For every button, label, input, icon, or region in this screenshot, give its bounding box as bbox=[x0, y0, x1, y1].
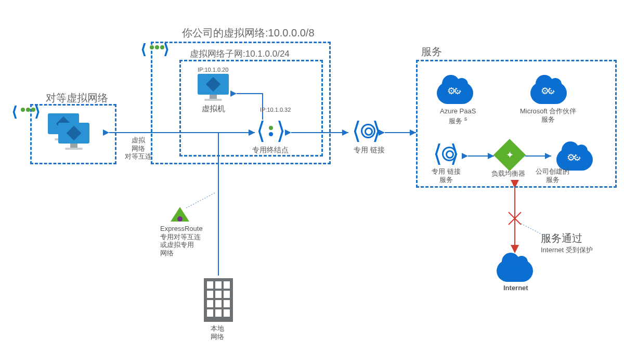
text: ExpressRoute bbox=[160, 225, 203, 232]
subnet-title: 虚拟网络子网:10.1.0.0/24 bbox=[190, 48, 290, 60]
gears-icon: ⚙⚙ bbox=[447, 85, 460, 97]
svg-line-5 bbox=[186, 192, 216, 208]
text: 对等互连 bbox=[125, 152, 152, 160]
vnet-peering-icon-2: ⟨⟩ bbox=[10, 103, 42, 116]
text: 虚拟 bbox=[132, 136, 145, 144]
text: Azure PaaS bbox=[440, 107, 476, 115]
vm-icon bbox=[198, 74, 229, 102]
text: 服务 bbox=[439, 176, 453, 184]
superscript: s bbox=[464, 115, 467, 122]
text: 本地 bbox=[211, 324, 224, 332]
internet-cloud-icon bbox=[497, 260, 533, 282]
services-title: 服务 bbox=[421, 45, 442, 59]
internet-protected-note: 服务通过 Internet 受到保护 bbox=[541, 231, 593, 255]
text: 专用 链接 bbox=[432, 167, 461, 175]
private-endpoint-icon: ⟨ ⟩ bbox=[254, 119, 288, 145]
vnet-peering-edge-label: 虚拟 网络 对等互连 bbox=[125, 136, 152, 161]
text: Microsoft 合作伙伴 bbox=[520, 107, 576, 115]
peered-vnet-title: 对等虚拟网络 bbox=[46, 91, 108, 105]
text: 专用对等互连 bbox=[160, 233, 201, 241]
company-vnet-title: 你公司的虚拟网络:10.0.0.0/8 bbox=[182, 26, 315, 40]
text: 网络 bbox=[211, 333, 224, 341]
private-link-service-icon: ⟨⟩ bbox=[431, 141, 462, 167]
onprem-label: 本地 网络 bbox=[211, 324, 224, 341]
vm-label: 虚拟机 bbox=[202, 104, 225, 113]
gears-icon: ⚙⚙ bbox=[567, 152, 579, 163]
private-endpoint-label: 专用终结点 bbox=[252, 146, 289, 154]
company-service-label: 公司创建的 服务 bbox=[536, 167, 569, 184]
gears-icon: ⚙⚙ bbox=[541, 85, 553, 97]
azure-paas-cloud-icon: ⚙⚙ bbox=[437, 82, 473, 104]
text: 网络 bbox=[160, 249, 174, 257]
pls-label: 专用 链接 服务 bbox=[432, 167, 461, 184]
azure-paas-label: Azure PaaS 服务 s bbox=[440, 107, 476, 125]
text: 服务通过 bbox=[541, 232, 582, 244]
text: 服务 bbox=[546, 176, 560, 184]
text: 服务 bbox=[541, 115, 555, 123]
diagram-canvas: 你公司的虚拟网络:10.0.0.0/8 ⟨⟩ 虚拟网络子网:10.1.0.0/2… bbox=[0, 0, 624, 364]
text: 公司创建的 bbox=[536, 167, 569, 175]
text: 服务 bbox=[449, 117, 462, 125]
partner-cloud-icon: ⚙⚙ bbox=[530, 82, 567, 104]
expressroute-label: ExpressRoute 专用对等互连 或虚拟专用 网络 bbox=[160, 225, 203, 257]
onprem-building-icon bbox=[204, 278, 233, 322]
text: 网络 bbox=[132, 145, 145, 152]
vnet-peering-icon: ⟨⟩ bbox=[139, 41, 171, 54]
private-link-icon: ⟨⟩ bbox=[349, 119, 384, 145]
peered-vm-icon-front bbox=[58, 123, 89, 151]
text: 或虚拟专用 bbox=[160, 241, 194, 249]
text: Internet 受到保护 bbox=[541, 246, 593, 254]
vm-ip: IP:10.1.0.20 bbox=[198, 67, 228, 73]
internet-label: Internet bbox=[503, 284, 528, 292]
private-link-label: 专用 链接 bbox=[354, 146, 385, 154]
partner-label: Microsoft 合作伙伴 服务 bbox=[520, 107, 576, 123]
load-balancer-label: 负载均衡器 bbox=[491, 170, 525, 178]
expressroute-icon bbox=[171, 207, 189, 222]
private-endpoint-ip: IP:10.1.0.32 bbox=[260, 107, 291, 113]
